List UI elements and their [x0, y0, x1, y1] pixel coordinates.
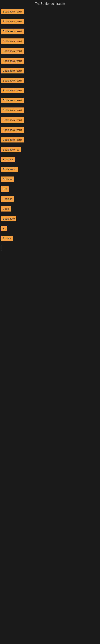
bottleneck-badge-9[interactable]: Bottleneck result — [1, 88, 24, 93]
bottleneck-row-22: Bottleneck — [0, 214, 100, 224]
bottleneck-badge-3[interactable]: Bottleneck result — [1, 28, 24, 34]
bottleneck-row-18: Bottlene — [0, 175, 100, 185]
bottleneck-row-20: Bottlene — [0, 194, 100, 204]
bottleneck-row-5: Bottleneck result — [0, 47, 100, 56]
bottleneck-row-23: Bol — [0, 224, 100, 234]
bottleneck-row-13: Bottleneck result — [0, 126, 100, 136]
bottleneck-badge-13[interactable]: Bottleneck result — [1, 127, 24, 132]
bottleneck-badge-5[interactable]: Bottleneck result — [1, 48, 24, 54]
bottleneck-badge-1[interactable]: Bottleneck result — [1, 9, 24, 14]
bottleneck-row-14: Bottleneck result — [0, 136, 100, 145]
bottleneck-badge-24[interactable]: Bottlen — [1, 236, 13, 241]
bottleneck-row-11: Bottleneck result — [0, 106, 100, 116]
bottleneck-row-15: Bottleneck res — [0, 145, 100, 155]
bottleneck-badge-8[interactable]: Bottleneck result — [1, 78, 24, 83]
bottleneck-row-4: Bottleneck result — [0, 37, 100, 47]
bottleneck-row-12: Bottleneck result — [0, 116, 100, 126]
bottleneck-row-10: Bottleneck result — [0, 96, 100, 106]
bottleneck-badge-17[interactable]: Bottleneck r — [1, 167, 18, 172]
cursor-line — [1, 246, 1, 250]
bottleneck-row-8: Bottleneck result — [0, 76, 100, 86]
bottleneck-row-17: Bottleneck r — [0, 165, 100, 175]
bottleneck-badge-7[interactable]: Bottleneck result — [1, 68, 24, 74]
bottleneck-row-6: Bottleneck result — [0, 56, 100, 66]
bottleneck-badge-18[interactable]: Bottlene — [1, 176, 14, 182]
bottleneck-badge-19[interactable]: Bott — [1, 186, 9, 192]
site-title: TheBottlenecker.com — [0, 0, 100, 7]
bottleneck-row-16: Bottlenec — [0, 155, 100, 165]
bottleneck-row-7: Bottleneck result — [0, 66, 100, 76]
bottleneck-badge-2[interactable]: Bottleneck result — [1, 19, 24, 24]
bottleneck-row-24: Bottlen — [0, 234, 100, 244]
bottleneck-badge-12[interactable]: Bottleneck result — [1, 117, 24, 123]
bottleneck-badge-11[interactable]: Bottleneck result — [1, 108, 24, 113]
bottleneck-badge-20[interactable]: Bottlene — [1, 196, 14, 202]
bottleneck-row-2: Bottleneck result — [0, 17, 100, 27]
bottleneck-badge-4[interactable]: Bottleneck result — [1, 38, 24, 44]
bottleneck-badge-22[interactable]: Bottleneck — [1, 216, 16, 222]
bottleneck-row-19: Bott — [0, 185, 100, 194]
bottleneck-badge-15[interactable]: Bottleneck res — [1, 147, 21, 152]
bottleneck-badge-14[interactable]: Bottleneck result — [1, 137, 24, 142]
bottleneck-badge-21[interactable]: Bottle — [1, 206, 11, 212]
bottleneck-row-9: Bottleneck result — [0, 86, 100, 96]
bottleneck-badge-6[interactable]: Bottleneck result — [1, 58, 24, 64]
bottleneck-badge-16[interactable]: Bottlenec — [1, 157, 15, 162]
bottleneck-row-21: Bottle — [0, 204, 100, 214]
bottleneck-row-1: Bottleneck result — [0, 7, 100, 17]
bottleneck-row-3: Bottleneck result — [0, 27, 100, 37]
bottleneck-badge-23[interactable]: Bol — [1, 226, 7, 231]
bottleneck-badge-10[interactable]: Bottleneck result — [1, 98, 24, 103]
